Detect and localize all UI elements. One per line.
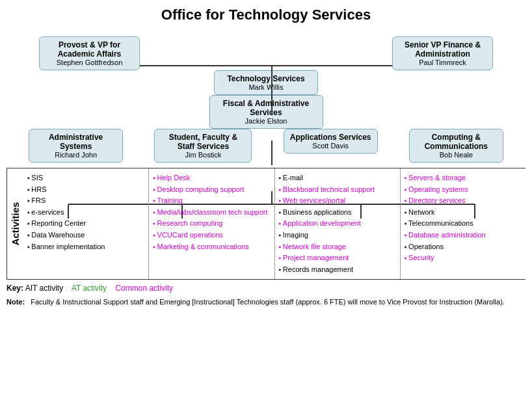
- activities-col-4: Servers & storageOperating systemsDirect…: [401, 168, 525, 279]
- note-label: Note:: [7, 298, 25, 306]
- activities-label: Activities: [7, 168, 23, 279]
- tech-services-person: Mark Willis: [220, 83, 312, 91]
- computing-name: Computing & Communications: [415, 133, 498, 151]
- computing-person: Bob Neale: [415, 151, 498, 159]
- provost-box: Provost & VP for Academic Affairs Stephe…: [39, 36, 140, 70]
- activities-col-2: Help DeskDesktop computing supportTraini…: [149, 168, 274, 279]
- fiscal-box: Fiscal & Administrative Services Jackie …: [209, 95, 323, 129]
- provost-name: Provost & VP for Academic Affairs: [45, 40, 134, 59]
- activities-section: Activities SISHRSFRSe-servicesReporting …: [7, 168, 525, 280]
- computing-box: Computing & Communications Bob Neale: [409, 129, 503, 163]
- student-faculty-name: Student, Faculty & Staff Services: [160, 133, 246, 151]
- key-common: Common activity: [115, 284, 173, 293]
- student-faculty-person: Jim Bostick: [160, 151, 246, 159]
- student-faculty-box: Student, Faculty & Staff Services Jim Bo…: [154, 129, 252, 163]
- tech-services-name: Technology Services: [220, 74, 312, 83]
- senior-vp-person: Paul Timmreck: [398, 59, 487, 66]
- app-services-name: Applications Services: [289, 133, 372, 142]
- key-ait: AIT activity: [25, 284, 63, 293]
- activities-columns: SISHRSFRSe-servicesReporting CenterData …: [23, 168, 525, 279]
- app-services-box: Applications Services Scott Davis: [284, 129, 378, 154]
- senior-vp-box: Senior VP Finance & Administration Paul …: [392, 36, 493, 70]
- key-row: Key: AIT activity AT activity Common act…: [7, 284, 525, 293]
- note-row: Note: Faculty & Instructional Support st…: [7, 298, 525, 306]
- admin-systems-box: Administrative Systems Richard John: [29, 129, 123, 163]
- page-title: Office for Technology Services: [7, 7, 525, 23]
- fiscal-person: Jackie Elston: [215, 117, 317, 125]
- tech-services-box: Technology Services Mark Willis: [214, 70, 318, 95]
- provost-person: Stephen Gottfredson: [45, 59, 134, 66]
- app-services-person: Scott Davis: [289, 142, 372, 150]
- key-label: Key:: [7, 284, 23, 293]
- senior-vp-name: Senior VP Finance & Administration: [398, 40, 487, 59]
- key-at: AT activity: [72, 284, 107, 293]
- admin-systems-person: Richard John: [34, 151, 117, 159]
- fiscal-name: Fiscal & Administrative Services: [215, 99, 317, 117]
- org-chart: Provost & VP for Academic Affairs Stephe…: [7, 30, 525, 163]
- note-text: Faculty & Instructional Support staff an…: [31, 298, 505, 306]
- activities-col-1: SISHRSFRSe-servicesReporting CenterData …: [23, 168, 149, 279]
- admin-systems-name: Administrative Systems: [34, 133, 117, 151]
- activities-col-3: E-mailBlackboard technical supportWeb se…: [275, 168, 401, 279]
